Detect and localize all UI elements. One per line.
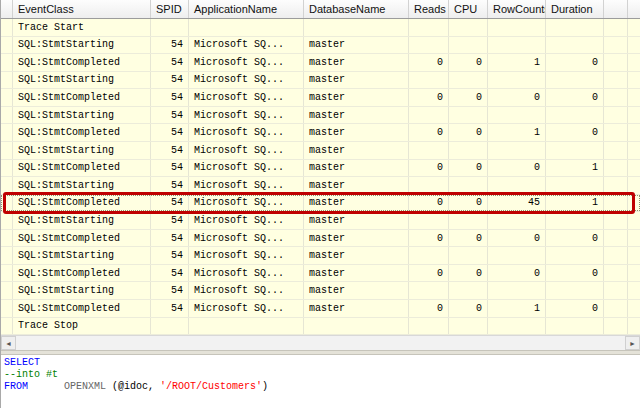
- cell-filler2: [628, 247, 640, 264]
- cell-duration: [546, 107, 604, 124]
- cell-reads: 0: [409, 300, 449, 317]
- cell-rowcounts: 1: [488, 54, 546, 71]
- trace-row-selected[interactable]: SQL:StmtCompleted54Microsoft SQ...master…: [1, 195, 640, 213]
- column-header-event[interactable]: EventClass: [13, 0, 151, 18]
- cell-spid: 54: [151, 230, 189, 247]
- cell-filler: [604, 212, 628, 229]
- column-header-rowcounts[interactable]: RowCounts: [488, 0, 546, 18]
- cell-spid: 54: [151, 265, 189, 282]
- cell-gutter: [1, 107, 13, 124]
- cell-gutter: [1, 318, 13, 335]
- column-header-cpu[interactable]: CPU: [449, 0, 488, 18]
- trace-row[interactable]: SQL:StmtCompleted54Microsoft SQ...master…: [1, 89, 640, 107]
- sql-token-string: '/ROOT/Customers': [160, 381, 262, 392]
- cell-cpu: [449, 282, 488, 299]
- cell-event: SQL:StmtStarting: [13, 37, 151, 54]
- trace-row[interactable]: SQL:StmtCompleted54Microsoft SQ...master…: [1, 124, 640, 142]
- cell-reads: 0: [409, 195, 449, 212]
- trace-row[interactable]: SQL:StmtCompleted54Microsoft SQ...master…: [1, 160, 640, 178]
- cell-duration: 0: [546, 89, 604, 106]
- cell-spid: 54: [151, 107, 189, 124]
- cell-duration: [546, 318, 604, 335]
- trace-row[interactable]: SQL:StmtStarting54Microsoft SQ...master: [1, 247, 640, 265]
- cell-event: SQL:StmtStarting: [13, 107, 151, 124]
- trace-row[interactable]: Trace Start: [1, 19, 640, 37]
- sql-token-plain: [28, 381, 64, 392]
- sql-text-pane[interactable]: SELECT--into #tFROM OPENXML (@idoc, '/RO…: [1, 355, 640, 408]
- cell-gutter: [1, 177, 13, 194]
- scroll-left-icon[interactable]: ◄: [1, 336, 16, 350]
- cell-db: master: [304, 37, 409, 54]
- cell-filler2: [628, 177, 640, 194]
- column-header-db[interactable]: DatabaseName: [304, 0, 409, 18]
- column-header-app[interactable]: ApplicationName: [189, 0, 304, 18]
- cell-cpu: [449, 318, 488, 335]
- cell-event: SQL:StmtCompleted: [13, 230, 151, 247]
- trace-row[interactable]: SQL:StmtCompleted54Microsoft SQ...master…: [1, 300, 640, 318]
- cell-app: Microsoft SQ...: [189, 124, 304, 141]
- cell-db: master: [304, 107, 409, 124]
- cell-spid: 54: [151, 72, 189, 89]
- trace-row[interactable]: SQL:StmtStarting54Microsoft SQ...master: [1, 107, 640, 125]
- cell-gutter: [1, 247, 13, 264]
- cell-spid: 54: [151, 195, 189, 212]
- cell-rowcounts: [488, 212, 546, 229]
- trace-row[interactable]: SQL:StmtStarting54Microsoft SQ...master: [1, 72, 640, 90]
- sql-token-identifier: OPENXML: [64, 381, 106, 392]
- column-header-filler[interactable]: [604, 0, 628, 18]
- cell-filler2: [628, 212, 640, 229]
- trace-row[interactable]: SQL:StmtStarting54Microsoft SQ...master: [1, 282, 640, 300]
- cell-filler: [604, 54, 628, 71]
- cell-filler2: [628, 230, 640, 247]
- cell-db: master: [304, 160, 409, 177]
- cell-filler2: [628, 160, 640, 177]
- cell-cpu: 0: [449, 160, 488, 177]
- trace-row[interactable]: SQL:StmtStarting54Microsoft SQ...master: [1, 212, 640, 230]
- cell-gutter: [1, 300, 13, 317]
- cell-spid: 54: [151, 300, 189, 317]
- column-header-reads[interactable]: Reads: [409, 0, 449, 18]
- column-header-gutter[interactable]: [1, 0, 13, 18]
- cell-filler: [604, 160, 628, 177]
- cell-filler2: [628, 265, 640, 282]
- cell-filler: [604, 107, 628, 124]
- trace-row[interactable]: SQL:StmtStarting54Microsoft SQ...master: [1, 37, 640, 55]
- column-header-duration[interactable]: Duration: [546, 0, 604, 18]
- cell-db: master: [304, 247, 409, 264]
- cell-rowcounts: 0: [488, 265, 546, 282]
- sql-token-plain: (@idoc,: [106, 381, 160, 392]
- cell-gutter: [1, 282, 13, 299]
- trace-row[interactable]: SQL:StmtCompleted54Microsoft SQ...master…: [1, 265, 640, 283]
- cell-spid: 54: [151, 142, 189, 159]
- cell-spid: 54: [151, 89, 189, 106]
- cell-filler2: [628, 300, 640, 317]
- horizontal-scrollbar[interactable]: ◄ ►: [1, 335, 640, 350]
- cell-filler: [604, 247, 628, 264]
- trace-row[interactable]: SQL:StmtStarting54Microsoft SQ...master: [1, 177, 640, 195]
- cell-reads: [409, 142, 449, 159]
- cell-spid: 54: [151, 247, 189, 264]
- cell-event: SQL:StmtCompleted: [13, 265, 151, 282]
- cell-event: SQL:StmtCompleted: [13, 124, 151, 141]
- cell-reads: 0: [409, 265, 449, 282]
- cell-duration: 0: [546, 265, 604, 282]
- cell-reads: [409, 282, 449, 299]
- cell-app: Microsoft SQ...: [189, 177, 304, 194]
- cell-event: SQL:StmtCompleted: [13, 160, 151, 177]
- cell-rowcounts: 45: [488, 195, 546, 212]
- cell-gutter: [1, 230, 13, 247]
- column-header-spid[interactable]: SPID: [151, 0, 189, 18]
- trace-row[interactable]: SQL:StmtStarting54Microsoft SQ...master: [1, 142, 640, 160]
- column-header-filler2[interactable]: [628, 0, 640, 18]
- scroll-right-icon[interactable]: ►: [625, 336, 640, 350]
- cell-app: Microsoft SQ...: [189, 212, 304, 229]
- scrollbar-track[interactable]: [16, 336, 625, 350]
- cell-duration: 1: [546, 195, 604, 212]
- trace-row[interactable]: SQL:StmtCompleted54Microsoft SQ...master…: [1, 54, 640, 72]
- trace-row[interactable]: SQL:StmtCompleted54Microsoft SQ...master…: [1, 230, 640, 248]
- trace-row[interactable]: Trace Stop: [1, 318, 640, 336]
- cell-db: master: [304, 72, 409, 89]
- cell-cpu: 0: [449, 195, 488, 212]
- cell-rowcounts: [488, 72, 546, 89]
- cell-app: Microsoft SQ...: [189, 107, 304, 124]
